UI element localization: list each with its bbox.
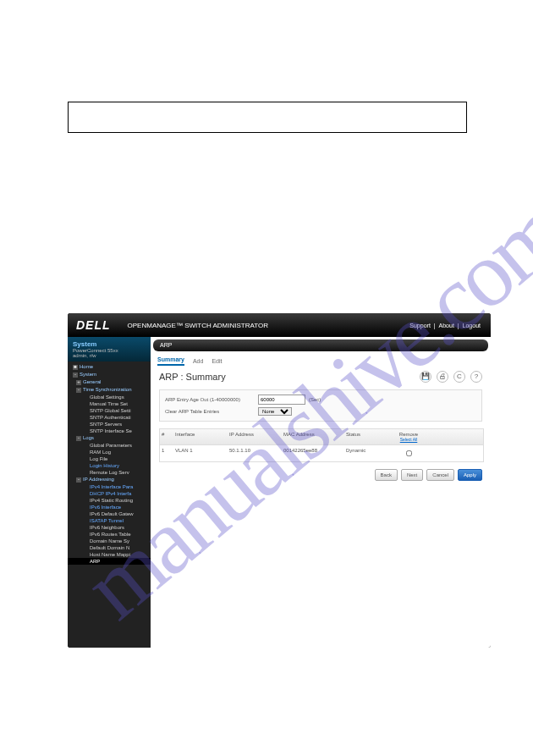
sidebar-item-log-file[interactable]: Log File bbox=[68, 455, 151, 462]
breadcrumb: ARP bbox=[153, 339, 488, 351]
sidebar-item-home[interactable]: ■Home bbox=[68, 363, 151, 371]
sidebar-item-sntp-servers[interactable]: SNTP Servers bbox=[68, 421, 151, 428]
app-title: OPENMANAGE™ SWITCH ADMINISTRATOR bbox=[128, 322, 268, 329]
sidebar-item-arp[interactable]: ARP bbox=[68, 558, 151, 565]
sidebar-item-global-params[interactable]: Global Parameters bbox=[68, 442, 151, 449]
about-link[interactable]: About bbox=[439, 323, 454, 328]
sidebar-top: System PowerConnect 55xx admin, r/w bbox=[68, 337, 151, 361]
sidebar-item-host-name-map[interactable]: Host Name Mappi bbox=[68, 551, 151, 558]
sidebar-item-ipv4-static[interactable]: IPv4 Static Routing bbox=[68, 497, 151, 504]
app-header: DELL OPENMANAGE™ SWITCH ADMINISTRATOR Su… bbox=[68, 313, 491, 337]
sidebar-item-general[interactable]: +General bbox=[68, 378, 151, 386]
sidebar-item-dns[interactable]: Domain Name Sy bbox=[68, 538, 151, 544]
select-all-link[interactable]: Select All bbox=[392, 437, 426, 442]
col-mac: MAC Address bbox=[282, 429, 344, 444]
app-window: DELL OPENMANAGE™ SWITCH ADMINISTRATOR Su… bbox=[68, 313, 491, 648]
sidebar-item-default-domain[interactable]: Default Domain N bbox=[68, 544, 151, 551]
col-ip: IP Address bbox=[228, 429, 282, 444]
sidebar: System PowerConnect 55xx admin, r/w ■Hom… bbox=[68, 337, 151, 648]
sidebar-item-sntp-auth[interactable]: SNTP Authenticati bbox=[68, 414, 151, 421]
tabs: Summary Add Edit bbox=[151, 354, 491, 366]
tab-summary[interactable]: Summary bbox=[157, 356, 184, 366]
clear-select[interactable]: None bbox=[258, 407, 292, 416]
content: ARP : Summary 💾 🖨 C ? ARP Entry Age Out … bbox=[151, 366, 491, 648]
sidebar-item-sntp-iface[interactable]: SNTP Interface Se bbox=[68, 428, 151, 434]
header-links: Support | About | Logout bbox=[408, 323, 482, 328]
cell-interface: VLAN 1 bbox=[173, 445, 228, 461]
sidebar-item-dhcp-ipv4[interactable]: DHCP IPv4 Interfa bbox=[68, 490, 151, 497]
sidebar-user: admin, r/w bbox=[73, 353, 146, 358]
help-icon[interactable]: ? bbox=[470, 371, 482, 383]
sidebar-item-ram-log[interactable]: RAM Log bbox=[68, 449, 151, 455]
sidebar-system-label: System bbox=[73, 340, 146, 348]
settings-form: ARP Entry Age Out (1-40000000) (Sec) Cle… bbox=[159, 389, 482, 422]
cell-status: Dynamic bbox=[344, 445, 390, 461]
back-button[interactable]: Back bbox=[375, 469, 398, 481]
sidebar-item-ipv4-iface[interactable]: IPv4 Interface Para bbox=[68, 483, 151, 490]
cell-num: 1 bbox=[160, 445, 173, 461]
page-title: ARP : Summary bbox=[159, 372, 226, 382]
logout-link[interactable]: Logout bbox=[463, 323, 481, 328]
next-button[interactable]: Next bbox=[401, 469, 423, 481]
refresh-icon[interactable]: C bbox=[453, 371, 465, 383]
save-icon[interactable]: 💾 bbox=[420, 371, 431, 383]
table-header: # Interface IP Address MAC Address Statu… bbox=[160, 429, 483, 445]
sidebar-item-sntp-global[interactable]: SNTP Global Setti bbox=[68, 407, 151, 414]
nav-tree: ■Home -System +General -Time Synchroniza… bbox=[68, 361, 151, 566]
support-link[interactable]: Support bbox=[409, 323, 431, 328]
print-icon[interactable]: 🖨 bbox=[437, 371, 448, 383]
apply-button[interactable]: Apply bbox=[458, 469, 482, 481]
tab-add[interactable]: Add bbox=[193, 358, 203, 366]
clear-label: Clear ARP Table Entries bbox=[165, 409, 258, 414]
col-interface: Interface bbox=[173, 429, 228, 444]
sidebar-item-ip-addressing[interactable]: -IP Addressing bbox=[68, 476, 151, 483]
sidebar-item-ipv6-neighbors[interactable]: IPv6 Neighbors bbox=[68, 524, 151, 531]
remove-checkbox[interactable] bbox=[406, 450, 412, 456]
cell-mac: 00142265ee88 bbox=[282, 445, 344, 461]
col-remove: Remove Select All bbox=[390, 429, 427, 444]
arp-table: # Interface IP Address MAC Address Statu… bbox=[159, 428, 484, 462]
sidebar-item-logs[interactable]: -Logs bbox=[68, 434, 151, 442]
sidebar-item-manual-time[interactable]: Manual Time Set bbox=[68, 400, 151, 407]
sidebar-item-system[interactable]: -System bbox=[68, 371, 151, 378]
sidebar-item-ipv6-iface[interactable]: IPv6 Interface bbox=[68, 504, 151, 510]
sidebar-item-ipv6-gateway[interactable]: IPv6 Default Gatew bbox=[68, 510, 151, 517]
sidebar-item-isatap[interactable]: ISATAP Tunnel bbox=[68, 517, 151, 524]
ageout-unit: (Sec) bbox=[309, 397, 321, 402]
button-row: Back Next Cancel Apply bbox=[159, 469, 482, 481]
tab-edit[interactable]: Edit bbox=[212, 358, 222, 366]
table-row: 1 VLAN 1 50.1.1.10 00142265ee88 Dynamic bbox=[160, 445, 483, 461]
sidebar-item-login-history[interactable]: Login History bbox=[68, 462, 151, 469]
dell-logo: DELL bbox=[76, 318, 111, 332]
sidebar-item-timesync[interactable]: -Time Synchronization bbox=[68, 386, 151, 394]
main-panel: ARP Summary Add Edit ARP : Summary 💾 🖨 C… bbox=[151, 337, 491, 648]
cancel-button[interactable]: Cancel bbox=[426, 469, 454, 481]
ageout-input[interactable] bbox=[258, 395, 305, 405]
cell-ip: 50.1.1.10 bbox=[228, 445, 282, 461]
sidebar-item-ipv6-routes[interactable]: IPv6 Routes Table bbox=[68, 531, 151, 538]
sidebar-item-global-settings[interactable]: Global Settings bbox=[68, 394, 151, 400]
page-top-box bbox=[68, 102, 467, 133]
sidebar-item-remote-log[interactable]: Remote Log Serv bbox=[68, 469, 151, 476]
col-status: Status bbox=[344, 429, 390, 444]
col-num: # bbox=[160, 429, 173, 444]
ageout-label: ARP Entry Age Out (1-40000000) bbox=[165, 397, 258, 402]
